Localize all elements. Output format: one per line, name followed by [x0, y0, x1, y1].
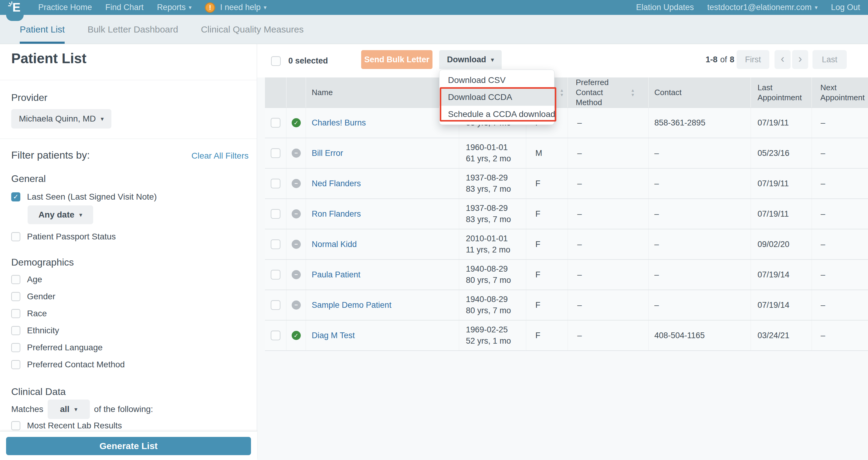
elation-logo[interactable]: E	[6, 0, 24, 15]
row-status-cell: −	[286, 229, 306, 259]
contact-cell: –	[648, 290, 750, 320]
sort-arrows-icon[interactable]: ▲ ▼	[560, 89, 564, 96]
last-appointment-cell: 05/23/16	[750, 138, 811, 168]
header-name[interactable]: Name	[306, 78, 459, 108]
demographics-checkbox[interactable]	[11, 343, 20, 352]
nav-find-chart[interactable]: Find Chart	[105, 3, 144, 12]
passport-checkbox[interactable]	[11, 232, 20, 241]
select-all-checkbox[interactable]	[271, 56, 281, 66]
chevron-down-icon: ▾	[101, 115, 104, 122]
nav-help[interactable]: I need help ▾	[220, 3, 267, 12]
pagination-last-button[interactable]: Last	[812, 50, 847, 69]
row-checkbox[interactable]	[271, 270, 280, 280]
preferred-contact-cell: –	[567, 138, 648, 168]
chevron-down-icon: ▾	[79, 211, 82, 219]
send-bulk-letter-button[interactable]: Send Bulk Letter	[361, 50, 432, 69]
filter-sidebar: Patient List Provider Michaela Quinn, MD…	[0, 44, 257, 460]
chevron-down-icon: ▾	[814, 4, 817, 11]
download-button[interactable]: Download ▾	[439, 50, 502, 69]
download-button-label: Download	[447, 55, 486, 64]
matches-dropdown[interactable]: all ▾	[48, 400, 90, 419]
table-row: ✓Charles! Burns83 yrs, 7 moF–858-361-289…	[265, 108, 868, 138]
menu-item-schedule-ccda[interactable]: Schedule a CCDA download	[439, 106, 554, 123]
nav-practice-home[interactable]: Practice Home	[38, 3, 92, 12]
next-appointment-cell: –	[811, 199, 868, 229]
preferred-contact-cell: –	[567, 199, 648, 229]
last-seen-checkbox[interactable]: ✓	[11, 192, 20, 201]
sort-up-icon: ▲	[631, 89, 635, 92]
divider	[0, 80, 257, 80]
patient-name-link[interactable]: Ron Flanders	[312, 209, 361, 219]
pagination-prev-button[interactable]: ‹	[775, 50, 790, 69]
patient-name-link[interactable]: Diag M Test	[312, 331, 355, 340]
filter-lab-results-row: Most Recent Lab Results	[11, 421, 122, 431]
demographics-checkbox[interactable]	[11, 360, 20, 369]
nav-log-out[interactable]: Log Out	[831, 3, 860, 12]
row-checkbox[interactable]	[271, 300, 280, 310]
row-checkbox[interactable]	[271, 148, 280, 158]
dob-cell: 2010-01-0111 yrs, 2 mo	[459, 229, 526, 259]
patient-name-cell: Bill Error	[306, 138, 459, 168]
demographics-label: Gender	[27, 292, 55, 301]
pagination-first-button[interactable]: First	[737, 50, 769, 69]
header-last-appointment[interactable]: Last Appointment	[750, 78, 811, 108]
dob-cell: 1960-01-0161 yrs, 2 mo	[459, 138, 526, 168]
pagination-of: of	[720, 55, 727, 64]
provider-heading: Provider	[11, 92, 48, 103]
row-checkbox[interactable]	[271, 179, 280, 189]
nav-reports[interactable]: Reports ▾	[157, 3, 191, 12]
header-name-label: Name	[312, 87, 333, 97]
last-appointment-cell: 09/02/20	[750, 229, 811, 259]
sex-cell: F	[526, 320, 567, 350]
patient-name-link[interactable]: Normal Kidd	[312, 240, 357, 249]
age-value: 11 yrs, 2 mo	[466, 244, 510, 256]
row-checkbox[interactable]	[271, 239, 280, 249]
demographics-checkbox[interactable]	[11, 275, 20, 284]
sex-cell: M	[526, 138, 567, 168]
row-checkbox[interactable]	[271, 209, 280, 219]
lab-results-checkbox[interactable]	[11, 421, 20, 430]
last-appointment-cell: 07/19/14	[750, 290, 811, 320]
tab-bulk-letter-dashboard[interactable]: Bulk Letter Dashboard	[87, 15, 178, 44]
age-value: 52 yrs, 1 mo	[466, 336, 511, 347]
tab-clinical-quality-measures[interactable]: Clinical Quality Measures	[201, 15, 304, 44]
tab-patient-list[interactable]: Patient List	[20, 15, 65, 44]
nav-account-menu[interactable]: testdoctor1@elationemr.com ▾	[707, 3, 817, 12]
row-checkbox[interactable]	[271, 330, 280, 340]
contact-cell: –	[648, 169, 750, 198]
header-contact[interactable]: Contact	[648, 78, 750, 108]
menu-item-download-ccda[interactable]: Download CCDA	[439, 89, 554, 106]
sort-arrows-icon[interactable]: ▲ ▼	[631, 89, 635, 96]
demographics-checkbox[interactable]	[11, 292, 20, 301]
generate-list-button[interactable]: Generate List	[6, 437, 251, 455]
patient-name-link[interactable]: Ned Flanders	[312, 179, 361, 189]
demographics-label: Ethnicity	[27, 326, 59, 336]
row-checkbox[interactable]	[271, 118, 280, 127]
patient-name-link[interactable]: Bill Error	[312, 149, 343, 158]
patient-name-link[interactable]: Sample Demo Patient	[312, 300, 392, 310]
header-preferred-contact[interactable]: Preferred Contact Method ▲ ▼	[567, 78, 648, 108]
demographics-checkbox[interactable]	[11, 309, 20, 318]
clear-all-filters-link[interactable]: Clear All Filters	[191, 151, 249, 161]
dob-value: 1937-08-29	[466, 172, 508, 183]
chevron-down-icon: ▾	[189, 4, 192, 11]
header-contact-label: Contact	[654, 87, 682, 97]
patient-name-link[interactable]: Charles! Burns	[312, 118, 366, 127]
provider-dropdown[interactable]: Michaela Quinn, MD ▾	[11, 109, 112, 128]
chevron-down-icon: ▾	[491, 56, 494, 63]
header-next-appointment[interactable]: Next Appointment	[811, 78, 868, 108]
patient-name-link[interactable]: Paula Patient	[312, 270, 361, 280]
dob-value: 1969-02-25	[466, 324, 508, 336]
demographics-label: Race	[27, 309, 47, 318]
next-appointment-cell: –	[811, 260, 868, 290]
page-title: Patient List	[11, 50, 87, 66]
pagination-next-button[interactable]: ›	[792, 50, 808, 69]
menu-item-download-csv[interactable]: Download CSV	[439, 72, 554, 89]
header-preferred-label: Preferred Contact Method	[576, 78, 626, 108]
any-date-dropdown[interactable]: Any date ▾	[28, 205, 93, 224]
table-row: −Sample Demo Patient1940-08-2980 yrs, 7 …	[265, 290, 868, 320]
row-checkbox-cell	[265, 290, 286, 320]
nav-elation-updates[interactable]: Elation Updates	[636, 3, 694, 12]
demographics-checkbox[interactable]	[11, 326, 20, 335]
preferred-contact-cell: –	[567, 169, 648, 198]
